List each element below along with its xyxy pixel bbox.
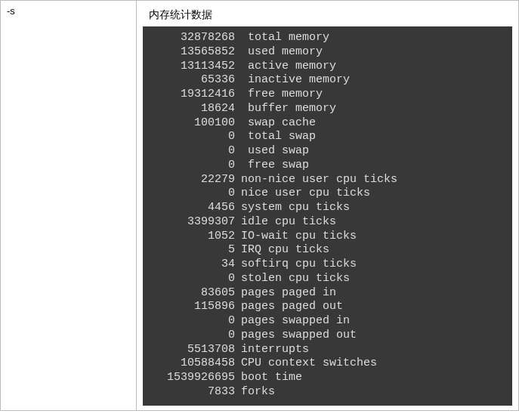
terminal-value: 4456 (150, 201, 241, 215)
terminal-row: 0 free swap (150, 159, 505, 173)
terminal-value: 0 (150, 329, 241, 343)
terminal-row: 1052IO-wait cpu ticks (150, 230, 505, 244)
terminal-row: 0nice user cpu ticks (150, 187, 505, 201)
terminal-value: 22279 (150, 173, 241, 187)
terminal-row: 100100 swap cache (150, 116, 505, 131)
terminal-label: idle cpu ticks (241, 215, 336, 230)
terminal-label: free memory (241, 88, 323, 102)
terminal-label: total swap (241, 130, 316, 144)
terminal-value: 65336 (150, 73, 241, 88)
terminal-row: 5513708interrupts (150, 343, 505, 357)
terminal-value: 83605 (150, 286, 241, 301)
options-table: -s 内存统计数据 32878268 total memory13565852 … (0, 0, 519, 411)
terminal-value: 0 (150, 159, 241, 173)
terminal-value: 34 (150, 258, 241, 272)
description-cell: 内存统计数据 32878268 total memory13565852 use… (137, 1, 519, 411)
terminal-value: 13565852 (150, 45, 241, 60)
terminal-value: 3399307 (150, 215, 241, 230)
terminal-label: non-nice user cpu ticks (241, 173, 397, 187)
terminal-value: 10588458 (150, 357, 241, 371)
terminal-row: 10588458CPU context switches (150, 357, 505, 371)
terminal-row: 34softirq cpu ticks (150, 258, 505, 272)
terminal-row: 19312416 free memory (150, 88, 505, 102)
terminal-value: 18624 (150, 102, 241, 116)
terminal-value: 100100 (150, 116, 241, 131)
terminal-label: swap cache (241, 116, 316, 131)
terminal-value: 0 (150, 130, 241, 144)
terminal-label: softirq cpu ticks (241, 258, 357, 272)
terminal-label: buffer memory (241, 102, 336, 116)
terminal-label: used memory (241, 45, 323, 60)
terminal-row: 5IRQ cpu ticks (150, 243, 505, 258)
terminal-value: 5 (150, 243, 241, 258)
terminal-value: 32878268 (150, 31, 241, 45)
terminal-label: inactive memory (241, 73, 350, 88)
terminal-label: pages paged out (241, 300, 343, 314)
terminal-label: CPU context switches (241, 357, 377, 371)
terminal-row: 18624 buffer memory (150, 102, 505, 116)
terminal-label: IRQ cpu ticks (241, 243, 329, 258)
terminal-value: 5513708 (150, 343, 241, 357)
terminal-label: active memory (241, 60, 336, 74)
terminal-value: 19312416 (150, 88, 241, 102)
terminal-output: 32878268 total memory13565852 used memor… (143, 26, 512, 406)
terminal-row: 32878268 total memory (150, 31, 505, 45)
terminal-value: 0 (150, 144, 241, 159)
terminal-row: 22279non-nice user cpu ticks (150, 173, 505, 187)
terminal-row: 1539926695boot time (150, 371, 505, 385)
terminal-label: pages paged in (241, 286, 336, 301)
terminal-value: 0 (150, 187, 241, 201)
terminal-row: 4456system cpu ticks (150, 201, 505, 215)
terminal-row: 0pages swapped in (150, 314, 505, 329)
terminal-label: IO-wait cpu ticks (241, 230, 357, 244)
terminal-label: used swap (241, 144, 309, 159)
terminal-label: nice user cpu ticks (241, 187, 370, 201)
terminal-value: 0 (150, 314, 241, 329)
flag-cell: -s (1, 1, 137, 411)
terminal-row: 0 total swap (150, 130, 505, 144)
terminal-value: 13113452 (150, 60, 241, 74)
terminal-label: boot time (241, 371, 302, 385)
terminal-label: stolen cpu ticks (241, 272, 350, 286)
terminal-row: 0pages swapped out (150, 329, 505, 343)
flag-text: -s (7, 5, 15, 17)
terminal-row: 0 used swap (150, 144, 505, 159)
terminal-value: 115896 (150, 300, 241, 314)
terminal-row: 7833forks (150, 385, 505, 400)
terminal-row: 83605pages paged in (150, 286, 505, 301)
terminal-label: forks (241, 385, 275, 400)
terminal-row: 115896pages paged out (150, 300, 505, 314)
terminal-row: 0stolen cpu ticks (150, 272, 505, 286)
terminal-label: total memory (241, 31, 329, 45)
terminal-label: pages swapped in (241, 314, 350, 329)
terminal-label: free swap (241, 159, 309, 173)
description-text: 内存统计数据 (143, 5, 512, 26)
terminal-label: pages swapped out (241, 329, 357, 343)
terminal-value: 7833 (150, 385, 241, 400)
terminal-label: system cpu ticks (241, 201, 350, 215)
terminal-value: 1539926695 (150, 371, 241, 385)
terminal-row: 65336 inactive memory (150, 73, 505, 88)
terminal-value: 0 (150, 272, 241, 286)
terminal-value: 1052 (150, 230, 241, 244)
terminal-row: 13565852 used memory (150, 45, 505, 60)
terminal-row: 13113452 active memory (150, 60, 505, 74)
terminal-row: 3399307idle cpu ticks (150, 215, 505, 230)
terminal-label: interrupts (241, 343, 309, 357)
